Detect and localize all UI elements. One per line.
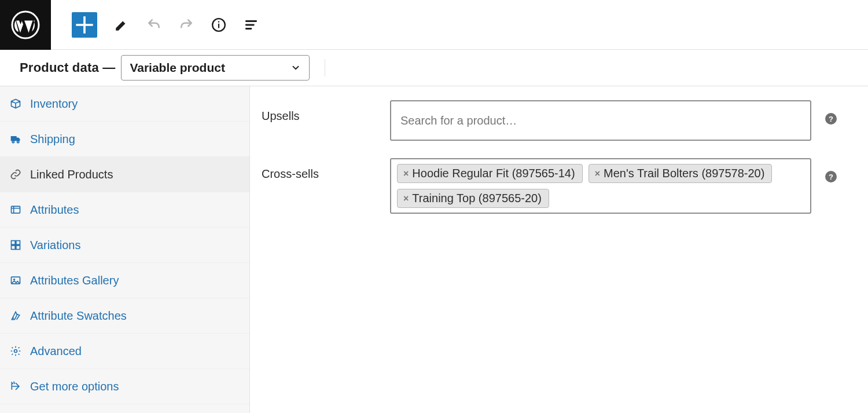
outline-icon — [244, 17, 259, 32]
product-data-label: Product data — — [20, 60, 115, 75]
crosssells-label: Cross-sells — [262, 158, 390, 181]
crosssells-chip[interactable]: ×Men's Trail Bolters (897578-20) — [589, 164, 773, 183]
variations-icon — [9, 239, 22, 251]
sidebar-item-label: Variations — [30, 239, 80, 252]
crosssells-chip[interactable]: ×Training Top (897565-20) — [397, 189, 549, 208]
sidebar-item-variations[interactable]: Variations — [0, 228, 249, 263]
undo-button[interactable] — [146, 17, 162, 33]
pencil-icon — [114, 17, 129, 32]
upsells-field[interactable] — [390, 100, 811, 141]
redo-button[interactable] — [178, 17, 194, 33]
sidebar-item-label: Shipping — [30, 133, 75, 146]
sidebar-item-get-more-options[interactable]: Get more options — [0, 369, 249, 404]
linked-products-panel: Upsells?Cross-sells×Hoodie Regular Fit (… — [250, 86, 868, 413]
product-data-tabs: InventoryShippingLinked ProductsAttribut… — [0, 86, 250, 413]
sidebar-item-attributes-gallery[interactable]: Attributes Gallery — [0, 263, 249, 298]
info-icon — [211, 17, 226, 32]
sidebar-item-inventory[interactable]: Inventory — [0, 86, 249, 122]
sidebar-item-attributes[interactable]: Attributes — [0, 192, 249, 228]
outline-button[interactable] — [243, 17, 259, 33]
divider — [325, 59, 325, 76]
crosssells-row: Cross-sells×Hoodie Regular Fit (897565-1… — [262, 158, 856, 214]
sidebar-item-linked-products[interactable]: Linked Products — [0, 157, 249, 192]
crosssells-help-icon[interactable]: ? — [825, 171, 837, 182]
crosssells-chip[interactable]: ×Hoodie Regular Fit (897565-14) — [397, 164, 583, 183]
crosssells-field[interactable]: ×Hoodie Regular Fit (897565-14)×Men's Tr… — [390, 158, 811, 214]
product-type-value: Variable product — [130, 61, 225, 75]
sidebar-item-label: Get more options — [30, 380, 119, 393]
remove-chip-icon[interactable]: × — [595, 169, 600, 178]
sidebar-item-shipping[interactable]: Shipping — [0, 122, 249, 157]
product-data-bar: Product data — Variable product — [0, 50, 868, 86]
svg-rect-3 — [218, 21, 219, 22]
more-icon — [9, 380, 22, 393]
chip-label: Training Top (897565-20) — [412, 192, 541, 205]
upsells-label: Upsells — [262, 100, 390, 123]
link-icon — [9, 168, 22, 181]
sidebar-item-label: Attribute Swatches — [30, 309, 127, 323]
swatches-icon — [9, 309, 22, 322]
remove-chip-icon[interactable]: × — [403, 194, 409, 203]
editor-toolbar — [0, 0, 868, 50]
upsells-field-wrap — [390, 100, 811, 141]
inventory-icon — [9, 97, 22, 110]
sidebar-item-label: Advanced — [30, 345, 82, 358]
svg-rect-2 — [218, 23, 219, 28]
undo-icon — [146, 17, 161, 32]
shipping-icon — [9, 133, 22, 145]
upsells-row: Upsells? — [262, 100, 856, 141]
sidebar-item-label: Attributes — [30, 203, 79, 217]
sidebar-item-advanced[interactable]: Advanced — [0, 334, 249, 369]
crosssells-field-wrap: ×Hoodie Regular Fit (897565-14)×Men's Tr… — [390, 158, 811, 214]
add-block-button[interactable] — [72, 12, 97, 38]
chevron-down-icon — [290, 63, 301, 73]
wordpress-logo[interactable] — [0, 0, 51, 50]
remove-chip-icon[interactable]: × — [403, 169, 409, 178]
toolbar-buttons — [51, 12, 259, 38]
upsells-search-input[interactable] — [400, 105, 801, 136]
chip-label: Hoodie Regular Fit (897565-14) — [412, 167, 575, 180]
advanced-icon — [9, 345, 22, 357]
wordpress-logo-icon — [11, 10, 40, 39]
sidebar-item-label: Inventory — [30, 97, 78, 111]
product-type-select[interactable]: Variable product — [121, 55, 310, 81]
redo-icon — [179, 17, 194, 32]
gallery-icon — [9, 274, 22, 287]
info-button[interactable] — [211, 17, 227, 33]
plus-icon — [72, 12, 97, 38]
product-data-panel: InventoryShippingLinked ProductsAttribut… — [0, 86, 868, 413]
edit-button[interactable] — [113, 17, 130, 33]
sidebar-item-attribute-swatches[interactable]: Attribute Swatches — [0, 298, 249, 334]
sidebar-item-label: Attributes Gallery — [30, 274, 119, 287]
attributes-icon — [9, 203, 22, 216]
sidebar-item-label: Linked Products — [30, 168, 113, 181]
chip-label: Men's Trail Bolters (897578-20) — [604, 167, 764, 180]
upsells-help-icon[interactable]: ? — [825, 113, 837, 125]
